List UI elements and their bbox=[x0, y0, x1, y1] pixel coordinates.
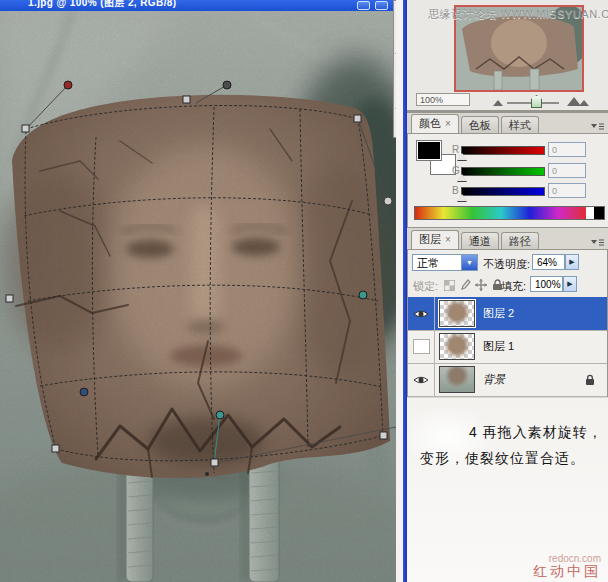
layers-panel-content: 正常 ▼ 不透明度: 64% ▶ 锁定: bbox=[407, 249, 608, 397]
blue-slider[interactable] bbox=[461, 187, 545, 196]
navigator-zoom-field[interactable]: 100% bbox=[416, 93, 470, 106]
channel-row-g: G 0 bbox=[408, 163, 608, 179]
eye-icon bbox=[413, 374, 429, 386]
canvas-area[interactable] bbox=[0, 11, 396, 582]
ramp-black-swatch[interactable] bbox=[594, 206, 605, 220]
color-panel-content: R 0 G 0 B 0 bbox=[407, 133, 608, 228]
watermark-missyuan: 思缘设计论坛 WWW.MISSYUAN.COM bbox=[428, 7, 608, 22]
layer-name[interactable]: 图层 1 bbox=[483, 339, 514, 354]
window-gap bbox=[396, 0, 403, 582]
fill-field[interactable]: 100% bbox=[530, 276, 563, 292]
layer-thumbnail[interactable] bbox=[439, 300, 475, 327]
lock-position-icon[interactable] bbox=[474, 278, 488, 292]
blend-mode-row: 正常 ▼ 不透明度: 64% ▶ bbox=[408, 253, 607, 274]
layers-panel-group: 图层× 通道 路径 正常 ▼ 不透明度: 64% ▶ 锁定: bbox=[407, 232, 608, 398]
color-panel-group: 颜色× 色板 样式 R 0 G bbox=[407, 116, 608, 228]
tab-layers[interactable]: 图层× bbox=[411, 230, 459, 249]
eye-icon bbox=[413, 308, 429, 320]
layer-row-background[interactable]: 背景 bbox=[408, 363, 607, 397]
canvas-image bbox=[0, 11, 396, 582]
blue-slider-thumb[interactable] bbox=[457, 194, 467, 201]
blend-mode-value: 正常 bbox=[417, 257, 439, 269]
layer-thumbnail[interactable] bbox=[439, 366, 475, 393]
window-buttons bbox=[357, 1, 388, 10]
red-slider-thumb[interactable] bbox=[457, 153, 467, 160]
layer-list: 图层 2 图层 1 背景 bbox=[408, 297, 607, 396]
tab-color[interactable]: 颜色× bbox=[411, 114, 459, 133]
visibility-cell[interactable] bbox=[408, 363, 435, 396]
fill-spinner[interactable]: ▶ bbox=[563, 276, 577, 292]
chevron-down-icon[interactable]: ▼ bbox=[461, 255, 477, 270]
minimize-button[interactable] bbox=[357, 1, 370, 10]
lock-row: 锁定: 填充: 100% ▶ bbox=[408, 276, 607, 295]
layer-row-1[interactable]: 图层 1 bbox=[408, 330, 607, 364]
layer-name[interactable]: 图层 2 bbox=[483, 306, 514, 321]
tab-styles[interactable]: 样式 bbox=[501, 116, 539, 133]
maximize-button[interactable] bbox=[375, 1, 388, 10]
green-slider[interactable] bbox=[461, 167, 545, 176]
channel-row-r: R 0 bbox=[408, 142, 608, 158]
zoom-out-icon[interactable] bbox=[493, 100, 503, 106]
visibility-cell[interactable] bbox=[408, 297, 435, 330]
opacity-label: 不透明度: bbox=[483, 257, 530, 272]
green-value-field[interactable]: 0 bbox=[548, 163, 586, 178]
tab-close-icon[interactable]: × bbox=[445, 118, 451, 129]
photoshop-window: 1.jpg @ 100% (图层 2, RGB/8) bbox=[0, 0, 608, 582]
blend-mode-select[interactable]: 正常 ▼ bbox=[412, 254, 478, 271]
lock-pixels-icon[interactable] bbox=[458, 278, 472, 292]
watermark-name: 红动中国 bbox=[533, 564, 601, 579]
channel-row-b: B 0 bbox=[408, 183, 608, 199]
layer-thumbnail[interactable] bbox=[439, 333, 475, 360]
tab-paths[interactable]: 路径 bbox=[501, 232, 539, 249]
document-title: 1.jpg @ 100% (图层 2, RGB/8) bbox=[28, 0, 177, 10]
lock-label: 锁定: bbox=[413, 279, 438, 294]
watermark-redocn: redocn.com 红动中国 bbox=[533, 554, 601, 579]
tab-channels[interactable]: 通道 bbox=[461, 232, 499, 249]
eye-hidden-well bbox=[413, 339, 430, 354]
navigator-zoom-slider-thumb[interactable] bbox=[531, 95, 542, 108]
layer-lock-icon bbox=[585, 372, 595, 390]
navigator-controls: 100% bbox=[407, 92, 608, 112]
red-value-field[interactable]: 0 bbox=[548, 142, 586, 157]
tutorial-note-area: 4 再拖入素材旋转， 变形，使裂纹位置合适。 redocn.com 红动中国 bbox=[407, 398, 608, 582]
green-slider-thumb[interactable] bbox=[457, 174, 467, 181]
red-slider[interactable] bbox=[461, 146, 545, 155]
fill-label: 填充: bbox=[501, 279, 526, 294]
layer-row-2[interactable]: 图层 2 bbox=[408, 297, 607, 331]
note-line-1: 4 再拖入素材旋转， bbox=[469, 424, 603, 442]
color-spectrum-ramp[interactable] bbox=[414, 206, 588, 220]
panel-dock: 100% 颜色× 色板 样式 bbox=[407, 0, 608, 582]
color-panel-tabs: 颜色× 色板 样式 bbox=[411, 116, 541, 133]
fabric-grain bbox=[0, 11, 396, 582]
opacity-field[interactable]: 64% bbox=[532, 254, 565, 270]
note-line-2: 变形，使裂纹位置合适。 bbox=[420, 450, 585, 468]
blue-value-field[interactable]: 0 bbox=[548, 183, 586, 198]
layer-name[interactable]: 背景 bbox=[483, 372, 505, 387]
opacity-spinner[interactable]: ▶ bbox=[565, 254, 579, 270]
lock-transparency-icon[interactable] bbox=[442, 278, 456, 292]
document-titlebar[interactable]: 1.jpg @ 100% (图层 2, RGB/8) bbox=[0, 0, 396, 11]
layers-panel-tabs: 图层× 通道 路径 bbox=[411, 232, 541, 249]
tab-close-icon[interactable]: × bbox=[445, 234, 451, 245]
tab-swatches[interactable]: 色板 bbox=[461, 116, 499, 133]
zoom-in-icon-small[interactable] bbox=[579, 100, 589, 106]
visibility-cell[interactable] bbox=[408, 330, 435, 363]
